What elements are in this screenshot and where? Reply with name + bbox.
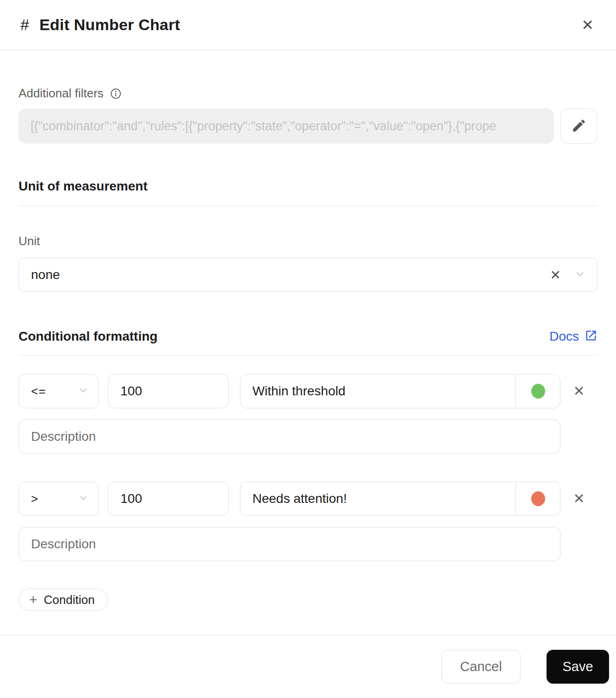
cancel-button[interactable]: Cancel xyxy=(441,650,521,684)
docs-link-label: Docs xyxy=(549,329,579,344)
docs-link[interactable]: Docs xyxy=(549,329,597,344)
edit-number-chart-dialog: # Edit Number Chart ✕ Additional filters xyxy=(0,0,616,698)
unit-section-divider xyxy=(19,206,597,206)
additional-filters-row xyxy=(19,108,597,144)
save-button[interactable]: Save xyxy=(547,650,609,684)
threshold-value-input[interactable] xyxy=(108,374,229,408)
condition-row: <= ✕ xyxy=(19,374,597,408)
plus-icon: + xyxy=(29,593,38,607)
add-condition-label: Condition xyxy=(44,593,95,607)
conditional-formatting-heading-row: Conditional formatting Docs xyxy=(19,329,597,344)
chevron-down-icon xyxy=(574,268,586,282)
conditional-formatting-heading: Conditional formatting xyxy=(19,329,157,344)
condition-color-dot xyxy=(531,384,545,399)
condition-row: > ✕ xyxy=(19,482,597,516)
condition-label-group xyxy=(240,374,560,408)
close-icon[interactable]: ✕ xyxy=(579,16,596,34)
add-condition-button[interactable]: + Condition xyxy=(19,589,108,611)
remove-condition-cell: ✕ xyxy=(560,492,597,506)
unit-label: Unit xyxy=(19,234,597,248)
additional-filters-label: Additional filters xyxy=(19,86,104,101)
clear-unit-icon[interactable]: ✕ xyxy=(547,267,574,283)
dialog-body: Additional filters Unit of measureme xyxy=(0,50,616,611)
operator-value: > xyxy=(31,492,78,506)
unit-select-value: none xyxy=(31,267,547,282)
condition-description-input[interactable] xyxy=(19,419,560,454)
pencil-icon xyxy=(571,118,587,135)
chevron-down-icon xyxy=(78,385,89,398)
number-type-icon: # xyxy=(20,16,29,34)
dialog-header: # Edit Number Chart ✕ xyxy=(0,0,616,50)
operator-value: <= xyxy=(31,384,78,399)
info-icon xyxy=(110,88,121,99)
unit-section-heading: Unit of measurement xyxy=(19,179,597,194)
remove-condition-cell: ✕ xyxy=(560,384,597,398)
additional-filters-input[interactable] xyxy=(19,108,554,144)
condition-label-group xyxy=(240,482,560,516)
external-link-icon xyxy=(585,329,597,344)
dialog-footer: Cancel Save xyxy=(0,635,616,698)
condition-description-input[interactable] xyxy=(19,527,560,561)
chevron-down-icon xyxy=(78,492,89,505)
color-swatch-button[interactable] xyxy=(515,482,560,515)
remove-condition-icon[interactable]: ✕ xyxy=(573,384,585,398)
remove-condition-icon[interactable]: ✕ xyxy=(573,492,585,506)
dialog-title-wrap: # Edit Number Chart xyxy=(20,16,180,34)
unit-select[interactable]: none ✕ xyxy=(19,258,597,292)
edit-filters-button[interactable] xyxy=(560,108,597,144)
condition-label-input[interactable] xyxy=(240,374,515,408)
additional-filters-label-row: Additional filters xyxy=(19,86,597,101)
operator-select[interactable]: > xyxy=(19,482,99,516)
threshold-value-input[interactable] xyxy=(108,482,229,516)
page-title: Edit Number Chart xyxy=(39,16,180,34)
conditional-formatting-divider xyxy=(19,355,597,355)
operator-select[interactable]: <= xyxy=(19,374,99,408)
condition-color-dot xyxy=(531,491,545,506)
color-swatch-button[interactable] xyxy=(515,374,560,408)
condition-label-input[interactable] xyxy=(240,482,515,515)
